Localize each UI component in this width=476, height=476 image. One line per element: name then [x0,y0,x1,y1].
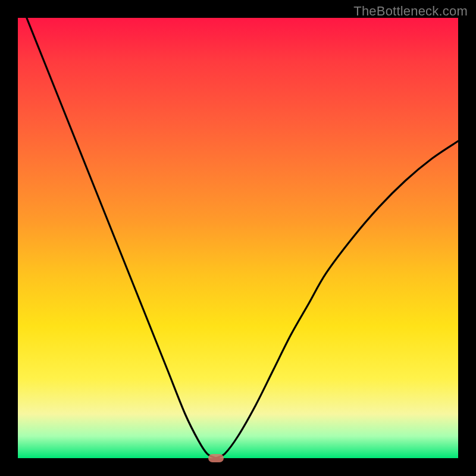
plot-area [18,18,458,458]
watermark-text: TheBottleneck.com [353,4,468,19]
bottleneck-marker [208,454,224,462]
curve-left [27,18,216,458]
curve-right [216,141,458,458]
chart-frame: TheBottleneck.com [0,0,476,476]
curve-layer [18,18,458,458]
